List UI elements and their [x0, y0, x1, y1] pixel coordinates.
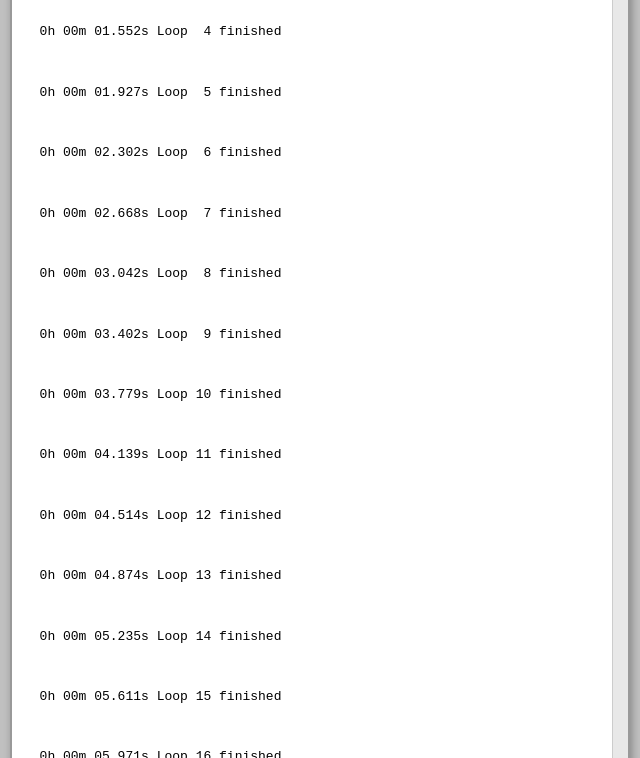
log-entry-6: 0h 00m 02.302s Loop 6 finished — [24, 143, 600, 163]
log-entry-10: 0h 00m 03.779s Loop 10 finished — [24, 385, 600, 405]
log-entry-14: 0h 00m 05.235s Loop 14 finished — [24, 627, 600, 647]
log-entry-15: 0h 00m 05.611s Loop 15 finished — [24, 687, 600, 707]
log-entry-8: 0h 00m 03.042s Loop 8 finished — [24, 264, 600, 284]
log-entry-12: 0h 00m 04.514s Loop 12 finished — [24, 506, 600, 526]
log-output: 1M Calculation Start. 19 iterations. Rea… — [12, 0, 612, 758]
log-entry-11: 0h 00m 04.139s Loop 11 finished — [24, 445, 600, 465]
main-window: π Super PI / mod1.5 XS — □ ✕ Calculate(C… — [10, 0, 630, 758]
content-area: 1M Calculation Start. 19 iterations. Rea… — [12, 0, 628, 758]
log-entry-9: 0h 00m 03.402s Loop 9 finished — [24, 325, 600, 345]
log-entry-13: 0h 00m 04.874s Loop 13 finished — [24, 566, 600, 586]
log-entry-4: 0h 00m 01.552s Loop 4 finished — [24, 22, 600, 42]
vertical-scrollbar: ▲ ▼ — [612, 0, 628, 758]
log-entry-5: 0h 00m 01.927s Loop 5 finished — [24, 83, 600, 103]
log-entry-16: 0h 00m 05.971s Loop 16 finished — [24, 747, 600, 758]
log-entry-7: 0h 00m 02.668s Loop 7 finished — [24, 204, 600, 224]
scroll-track[interactable] — [613, 0, 628, 758]
